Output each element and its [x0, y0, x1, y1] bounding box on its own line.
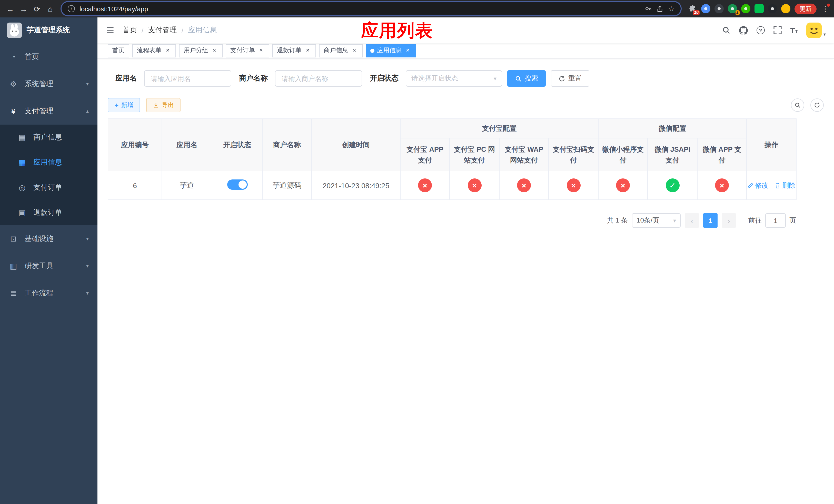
- share-icon[interactable]: [657, 5, 663, 12]
- delete-button[interactable]: 删除: [774, 181, 795, 190]
- col-header-actions: 操作: [747, 119, 796, 171]
- trash-icon: [774, 182, 781, 188]
- page-1-button[interactable]: 1: [703, 213, 718, 228]
- tab-label: 用户分组: [184, 46, 208, 55]
- browser-update-button[interactable]: 更新: [794, 3, 816, 14]
- tab-label: 流程表单: [137, 46, 161, 55]
- close-icon[interactable]: ×: [404, 47, 411, 54]
- close-icon[interactable]: ×: [211, 47, 218, 54]
- pinned-extension-icon[interactable]: [768, 4, 777, 13]
- font-size-icon[interactable]: T T: [790, 26, 798, 34]
- reload-button[interactable]: ⟳: [31, 3, 43, 15]
- monitor-icon: ⊡: [9, 234, 18, 243]
- sidebar-item-merchant-info[interactable]: ▤ 商户信息: [0, 124, 97, 150]
- cell-merchant: 芋道源码: [262, 171, 312, 200]
- sidebar-item-system[interactable]: ⚙ 系统管理 ▾: [0, 70, 97, 97]
- sidebar-item-devtools[interactable]: ▥ 研发工具 ▾: [0, 252, 97, 279]
- prev-page-button[interactable]: ‹: [685, 213, 699, 228]
- sidebar-item-refund-order[interactable]: ▣ 退款订单: [0, 200, 97, 225]
- sidebar-item-infrastructure[interactable]: ⊡ 基础设施 ▾: [0, 225, 97, 252]
- forward-button[interactable]: →: [18, 3, 30, 15]
- extensions-puzzle-icon[interactable]: 10: [688, 4, 697, 13]
- user-avatar[interactable]: ▾: [807, 23, 826, 38]
- breadcrumb-home[interactable]: 首页: [123, 26, 137, 35]
- bookmark-star-icon[interactable]: ☆: [668, 5, 675, 13]
- search-icon: [794, 102, 801, 108]
- credit-card-icon: ▤: [18, 133, 27, 142]
- github-icon[interactable]: [739, 26, 748, 35]
- extension-icon[interactable]: 1: [728, 4, 737, 13]
- sidebar-item-label: 首页: [25, 52, 39, 61]
- toolbar-right: [791, 98, 824, 112]
- status-toggle[interactable]: [227, 180, 247, 190]
- close-icon[interactable]: ×: [164, 47, 171, 54]
- extension-icon[interactable]: [754, 4, 764, 13]
- sidebar-item-payment-order[interactable]: ◎ 支付订单: [0, 175, 97, 200]
- merchant-name-input[interactable]: [275, 70, 362, 87]
- extension-glyph: [704, 7, 707, 10]
- search-button[interactable]: 搜索: [507, 70, 546, 87]
- dashboard-icon: ◔: [9, 52, 18, 61]
- app-name-input[interactable]: [144, 70, 231, 87]
- tab-app-info[interactable]: 应用信息 ×: [366, 44, 416, 57]
- extension-badge: 1: [735, 10, 740, 15]
- export-button[interactable]: 导出: [146, 98, 180, 112]
- sidebar-item-payment[interactable]: ¥ 支付管理 ▴: [0, 97, 97, 124]
- address-bar[interactable]: i localhost:1024/pay/app ☆: [62, 2, 681, 15]
- fullscreen-icon[interactable]: [773, 26, 782, 35]
- status-select[interactable]: 请选择开启状态 ▾: [406, 70, 502, 87]
- sidebar-item-workflow[interactable]: ≣ 工作流程 ▾: [0, 279, 97, 306]
- profile-avatar-icon[interactable]: [781, 4, 790, 13]
- sidebar-item-app-info[interactable]: ▦ 应用信息: [0, 150, 97, 175]
- refresh-table-button[interactable]: [810, 98, 824, 112]
- help-icon[interactable]: ?: [756, 26, 765, 35]
- cell-wechat-jsapi: ✓: [648, 171, 697, 200]
- extension-icon[interactable]: [715, 4, 724, 13]
- next-page-button[interactable]: ›: [722, 213, 736, 228]
- col-header-alipay-wap: 支付宝 WAP 网站支付: [499, 138, 549, 171]
- tab-payment-order[interactable]: 支付订单 ×: [226, 44, 269, 57]
- status-select-placeholder: 请选择开启状态: [411, 74, 458, 83]
- chevron-down-icon: ▾: [673, 217, 676, 224]
- close-icon[interactable]: ×: [258, 47, 265, 54]
- browser-menu-button[interactable]: ⋮: [821, 3, 830, 14]
- tab-label: 商户信息: [324, 46, 348, 55]
- add-button[interactable]: + 新增: [108, 98, 140, 112]
- table-toolbar: + 新增 导出: [108, 98, 824, 112]
- page-size-select[interactable]: 10条/页 ▾: [632, 213, 681, 228]
- tab-merchant-info[interactable]: 商户信息 ×: [319, 44, 363, 57]
- site-info-icon[interactable]: i: [68, 5, 75, 12]
- page-unit-label: 页: [789, 216, 796, 225]
- back-button[interactable]: ←: [4, 3, 16, 15]
- logo-image: [7, 23, 22, 38]
- goto-page-input[interactable]: [765, 213, 786, 228]
- home-button[interactable]: ⌂: [44, 3, 57, 15]
- sidebar-item-label: 商户信息: [33, 133, 62, 142]
- cell-status: [212, 171, 262, 200]
- close-icon[interactable]: ×: [304, 47, 311, 54]
- search-icon[interactable]: [722, 26, 730, 35]
- extension-glyph: [718, 7, 721, 10]
- breadcrumb-payment[interactable]: 支付管理: [148, 26, 177, 35]
- close-icon[interactable]: ×: [351, 47, 358, 54]
- toggle-search-button[interactable]: [791, 98, 804, 112]
- app-logo[interactable]: 芋道管理系统: [0, 18, 97, 43]
- wechat-extension-icon[interactable]: [741, 4, 750, 13]
- breadcrumb-separator: /: [181, 26, 184, 35]
- grid-icon: ▦: [18, 158, 27, 167]
- tab-label: 应用信息: [377, 46, 402, 55]
- add-button-label: 新增: [121, 101, 133, 110]
- extension-icon[interactable]: [701, 4, 710, 13]
- collapse-sidebar-button[interactable]: [106, 26, 115, 35]
- reset-button[interactable]: 重置: [551, 70, 589, 87]
- edit-button[interactable]: 修改: [747, 181, 768, 190]
- refresh-icon: [814, 102, 820, 108]
- password-key-icon[interactable]: [645, 5, 652, 12]
- workflow-icon: ≣: [9, 289, 18, 298]
- tab-process-form[interactable]: 流程表单 ×: [132, 44, 176, 57]
- tab-user-group[interactable]: 用户分组 ×: [179, 44, 223, 57]
- status-cross-icon: ×: [467, 178, 481, 192]
- sidebar-item-home[interactable]: ◔ 首页: [0, 43, 97, 70]
- tab-home[interactable]: 首页: [108, 44, 129, 57]
- tab-refund-order[interactable]: 退款订单 ×: [272, 44, 316, 57]
